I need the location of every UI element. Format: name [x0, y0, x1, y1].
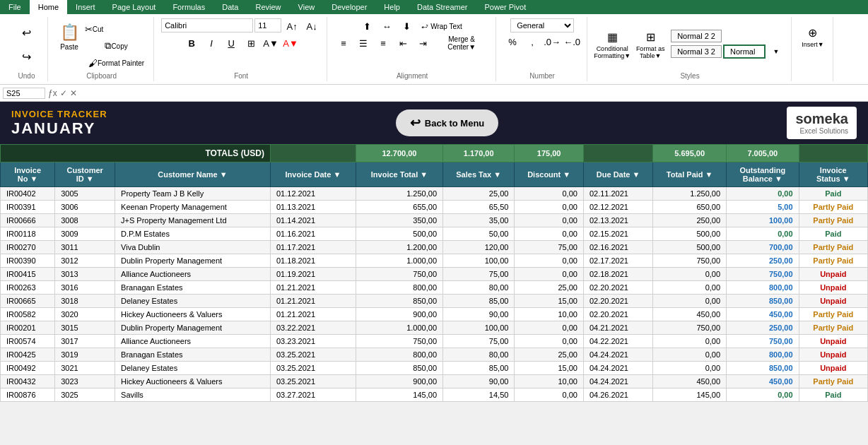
- outstanding-balance-cell: 850,00: [727, 362, 799, 375]
- outstanding-balance-cell: 800,00: [727, 348, 799, 362]
- data-cell: 02.15.2021: [583, 227, 652, 241]
- align-middle-button[interactable]: ↔: [377, 18, 396, 34]
- numeric-cell: 0,00: [515, 335, 584, 348]
- tab-power-pivot[interactable]: Power Pivot: [476, 0, 535, 14]
- data-cell: 01.14.2021: [270, 214, 356, 227]
- data-cell: IR00876: [1, 388, 55, 402]
- tab-review[interactable]: Review: [247, 0, 289, 14]
- cut-button[interactable]: ✂ Cut: [85, 21, 103, 37]
- increase-decimal-button[interactable]: .0→: [543, 34, 561, 49]
- align-center-button[interactable]: ☰: [354, 35, 373, 51]
- format-as-table-button[interactable]: ⊞ Format as Table▼: [633, 26, 668, 63]
- function-icon: ƒx: [48, 88, 57, 98]
- outstanding-balance-cell: 0,00: [727, 187, 799, 201]
- border-button[interactable]: ⊞: [242, 35, 260, 51]
- data-cell: IR00263: [1, 281, 55, 295]
- data-cell: 02.12.2021: [583, 201, 652, 214]
- italic-button[interactable]: I: [202, 35, 221, 51]
- conditional-formatting-button[interactable]: ▦ Conditional Formatting▼: [594, 26, 630, 63]
- tab-file[interactable]: File: [0, 0, 30, 14]
- col-total-paid[interactable]: Total Paid ▼: [653, 162, 727, 187]
- decrease-indent-button[interactable]: ⇤: [394, 35, 412, 51]
- format-painter-button[interactable]: 🖌 Format Painter: [85, 55, 148, 71]
- align-top-button[interactable]: ⬆: [358, 18, 376, 34]
- tab-developer[interactable]: Developer: [323, 0, 375, 14]
- invoice-status-cell: Unpaid: [799, 268, 867, 281]
- outstanding-balance-cell: 450,00: [727, 308, 799, 321]
- tab-data-streamer[interactable]: Data Streamer: [409, 0, 476, 14]
- col-invoice-total[interactable]: Invoice Total ▼: [356, 162, 442, 187]
- undo-button[interactable]: ↩: [14, 21, 40, 44]
- increase-indent-button[interactable]: ⇥: [414, 35, 432, 51]
- merge-center-button[interactable]: Merge & Center▼: [433, 35, 490, 51]
- data-cell: 02.17.2021: [583, 254, 652, 268]
- back-to-menu-button[interactable]: ↩ Back to Menu: [396, 109, 499, 136]
- decrease-font-button[interactable]: A↓: [303, 18, 321, 34]
- percent-button[interactable]: %: [503, 34, 522, 49]
- decrease-decimal-button[interactable]: ←.0: [563, 34, 581, 49]
- copy-button[interactable]: ⧉ Copy: [85, 38, 148, 54]
- outstanding-balance-cell: 0,00: [727, 227, 799, 241]
- outstanding-balance-cell: 750,00: [727, 268, 799, 281]
- font-color-button[interactable]: A▼: [281, 35, 300, 51]
- tab-data[interactable]: Data: [213, 0, 247, 14]
- table-row: IR003903012Dublin Property Management01.…: [1, 254, 868, 268]
- fill-color-button[interactable]: A▼: [262, 35, 280, 51]
- data-cell: IR00432: [1, 375, 55, 388]
- table-row: IR003913006Keenan Property Management01.…: [1, 201, 868, 214]
- conditional-formatting-icon: ▦: [607, 30, 618, 44]
- tab-insert[interactable]: Insert: [67, 0, 104, 14]
- col-customer-name[interactable]: Customer Name ▼: [115, 162, 271, 187]
- numeric-cell: 1.000,00: [356, 321, 442, 335]
- numeric-cell: 750,00: [356, 335, 442, 348]
- tab-help[interactable]: Help: [375, 0, 409, 14]
- comma-button[interactable]: ,: [523, 34, 541, 49]
- tab-view[interactable]: View: [290, 0, 324, 14]
- table-row: IR005823020Hickey Auctioneers & Valuers0…: [1, 308, 868, 321]
- col-invoice-status[interactable]: InvoiceStatus ▼: [799, 162, 867, 187]
- numeric-cell: 25,00: [515, 348, 584, 362]
- data-cell: IR00391: [1, 201, 55, 214]
- align-right-button[interactable]: ≡: [374, 35, 392, 51]
- formula-input[interactable]: [80, 88, 865, 98]
- col-due-date[interactable]: Due Date ▼: [583, 162, 652, 187]
- col-outstanding-balance[interactable]: OutstandingBalance ▼: [727, 162, 799, 187]
- styles-scroll-button[interactable]: ▼: [767, 44, 785, 59]
- col-customer-id[interactable]: CustomerID ▼: [55, 162, 115, 187]
- data-cell: Dublin Property Management: [115, 321, 271, 335]
- wrap-text-button[interactable]: ⮐ Wrap Text: [417, 18, 467, 34]
- underline-button[interactable]: U: [222, 35, 240, 51]
- col-discount[interactable]: Discount ▼: [515, 162, 584, 187]
- outstanding-balance-cell: 850,00: [727, 295, 799, 308]
- align-bottom-button[interactable]: ⬇: [397, 18, 416, 34]
- normal-2-2-style[interactable]: Normal 2 2: [671, 30, 722, 42]
- bold-button[interactable]: B: [182, 35, 201, 51]
- redo-button[interactable]: ↪: [14, 45, 40, 68]
- outstanding-balance-cell: 700,00: [727, 241, 799, 254]
- increase-font-button[interactable]: A↑: [283, 18, 301, 34]
- normal-3-2-style[interactable]: Normal 3 2: [671, 45, 722, 58]
- align-left-button[interactable]: ≡: [334, 35, 353, 51]
- font-name-input[interactable]: [161, 18, 253, 32]
- data-cell: 01.13.2021: [270, 201, 356, 214]
- invoice-status-cell: Partly Paid: [799, 214, 867, 227]
- normal-style[interactable]: Normal: [723, 44, 766, 59]
- data-cell: IR00402: [1, 187, 55, 201]
- tab-home[interactable]: Home: [30, 0, 67, 14]
- numeric-cell: 100,00: [443, 321, 515, 335]
- col-invoice-no[interactable]: InvoiceNo ▼: [1, 162, 55, 187]
- numeric-cell: 450,00: [653, 308, 727, 321]
- number-format-select[interactable]: General Number Currency: [510, 18, 574, 32]
- tab-page-layout[interactable]: Page Layout: [104, 0, 165, 14]
- cell-reference-input[interactable]: [3, 88, 45, 99]
- data-cell: IR00425: [1, 348, 55, 362]
- font-size-input[interactable]: [254, 18, 281, 32]
- col-sales-tax[interactable]: Sales Tax ▼: [443, 162, 515, 187]
- col-invoice-date[interactable]: Invoice Date ▼: [270, 162, 356, 187]
- tab-formulas[interactable]: Formulas: [164, 0, 213, 14]
- outstanding-balance-cell: 450,00: [727, 375, 799, 388]
- insert-button[interactable]: ⊕ Insert▼: [799, 18, 827, 55]
- data-cell: J+S Property Management Ltd: [115, 214, 271, 227]
- paste-button[interactable]: 📋 Paste: [55, 18, 83, 55]
- numeric-cell: 0,00: [515, 187, 584, 201]
